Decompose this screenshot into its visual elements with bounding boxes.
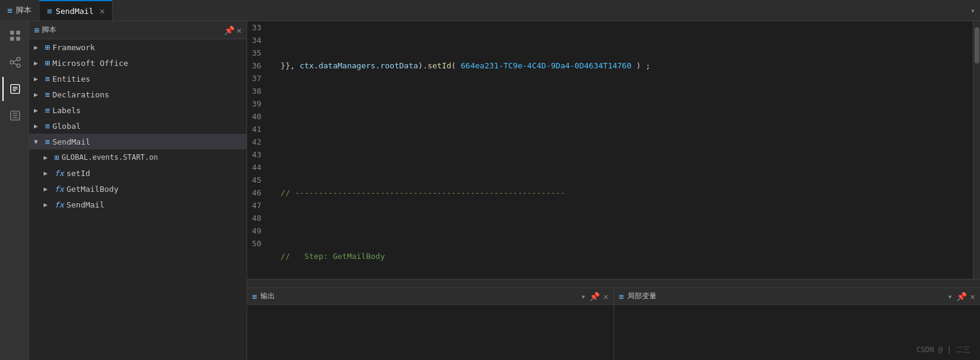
sidebar-item-getmailbody[interactable]: ▶ fx GetMailBody [29, 181, 247, 197]
sendmail-fn-label: SendMail [67, 200, 105, 209]
declarations-icon: ≡ [45, 90, 50, 99]
framework-icon: ⊞ [45, 42, 50, 52]
scrollbar-thumb [975, 27, 979, 64]
sidebar-content: ▶ ⊞ Framework ▶ ⊞ Microsoft Office ▶ ≡ E… [29, 39, 247, 360]
svg-line-7 [13, 60, 17, 62]
getmailbody-label: GetMailBody [67, 185, 119, 194]
sidebar-item-declarations[interactable]: ▶ ≡ Declarations [29, 87, 247, 102]
chevron-right-icon-8: ▶ [44, 169, 52, 177]
global-events-label: GLOBAL.events.START.on [62, 153, 158, 162]
global-icon: ≡ [45, 121, 50, 131]
sidebar-item-sendmail-fn[interactable]: ▶ fx SendMail [29, 197, 247, 212]
global-events-icon: ⊞ [55, 153, 59, 162]
activity-bar [0, 21, 29, 360]
activity-icon-scripts[interactable] [2, 77, 27, 101]
setid-label: setId [67, 169, 90, 178]
sidebar-title: 脚本 [42, 25, 56, 35]
line-numbers: 33 34 35 36 37 38 39 40 41 42 43 44 45 4… [247, 21, 269, 279]
labels-label: Labels [52, 106, 81, 115]
chevron-right-icon-9: ▶ [44, 185, 52, 193]
activity-icon-connections[interactable] [2, 50, 27, 74]
sidebar-item-framework[interactable]: ▶ ⊞ Framework [29, 39, 247, 55]
locals-pin-icon[interactable]: 📌 [956, 292, 967, 301]
svg-rect-1 [16, 31, 19, 34]
output-dropdown-icon[interactable]: ▾ [581, 292, 586, 301]
code-line-35: // -------------------------------------… [271, 186, 973, 199]
svg-line-8 [13, 63, 17, 65]
bottom-panel: ≡ 输出 ▾ 📌 ✕ ≡ 局部变量 [247, 287, 980, 360]
sidebar-header: ≡ 脚本 📌 ✕ [29, 21, 247, 39]
sidebar-item-global-events[interactable]: ▶ ⊞ GLOBAL.events.START.on [29, 149, 247, 165]
sidebar-item-setid[interactable]: ▶ fx setId [29, 165, 247, 181]
activity-icon-explorer[interactable] [2, 24, 27, 48]
code-editor[interactable]: }}, ctx.dataManagers.rootData).setId( 66… [269, 21, 973, 279]
locals-panel: ≡ 局部变量 ▾ 📌 ✕ CSDN @ | 二三 [614, 288, 981, 360]
svg-rect-3 [16, 37, 19, 41]
code-line-33: }}, ctx.dataManagers.rootData).setId( 66… [271, 59, 973, 72]
framework-label: Framework [52, 43, 94, 52]
output-panel-actions: ▾ 📌 ✕ [581, 292, 609, 301]
locals-panel-content: CSDN @ | 二三 [614, 305, 981, 360]
locals-watermark: CSDN @ | 二三 [916, 345, 970, 355]
sidebar-item-msoffice[interactable]: ▶ ⊞ Microsoft Office [29, 55, 247, 71]
svg-point-5 [16, 57, 20, 61]
getmailbody-icon: fx [55, 185, 64, 194]
code-line-36: // Step: GetMailBody [271, 250, 973, 263]
global-label: Global [52, 122, 81, 131]
chevron-right-icon-2: ▶ [34, 59, 42, 67]
tab-bar: ≡ 脚本 ≡ SendMail ✕ ▾ [0, 0, 980, 21]
chevron-right-icon-3: ▶ [34, 75, 42, 83]
sidebar-item-sendmail[interactable]: ▼ ≡ SendMail [29, 134, 247, 149]
output-panel-content [247, 305, 614, 360]
editor-container[interactable]: 33 34 35 36 37 38 39 40 41 42 43 44 45 4… [247, 21, 980, 279]
locals-panel-actions: ▾ 📌 ✕ [947, 292, 975, 301]
sidebar-item-entities[interactable]: ▶ ≡ Entities [29, 71, 247, 87]
sendmail-tab-label: SendMail [56, 7, 94, 16]
scripts-tab-icon: ≡ [7, 5, 12, 15]
output-pin-icon[interactable]: 📌 [589, 292, 600, 301]
chevron-right-icon-10: ▶ [44, 201, 52, 209]
sidebar-actions: 📌 ✕ [224, 25, 242, 35]
svg-rect-0 [10, 31, 13, 34]
locals-panel-title: 局部变量 [627, 291, 657, 301]
svg-rect-2 [10, 37, 13, 41]
output-panel: ≡ 输出 ▾ 📌 ✕ [247, 288, 614, 360]
scripts-tab-label: 脚本 [16, 5, 31, 16]
tab-sendmail[interactable]: ≡ SendMail ✕ [39, 0, 113, 21]
activity-icon-resources[interactable] [2, 103, 27, 128]
tab-scripts[interactable]: ≡ 脚本 [0, 0, 39, 21]
msoffice-label: Microsoft Office [52, 59, 128, 68]
svg-point-4 [10, 61, 13, 64]
sidebar-close-icon[interactable]: ✕ [237, 25, 242, 35]
locals-close-icon[interactable]: ✕ [970, 292, 975, 301]
sidebar-item-global[interactable]: ▶ ≡ Global [29, 118, 247, 134]
editor-scrollbar[interactable] [973, 21, 980, 279]
sendmail-tree-icon: ≡ [45, 137, 50, 146]
locals-dropdown-icon[interactable]: ▾ [947, 292, 952, 301]
sendmail-fn-icon: fx [55, 200, 64, 209]
output-close-icon[interactable]: ✕ [603, 292, 608, 301]
output-panel-title: 输出 [260, 291, 275, 301]
locals-panel-icon: ≡ [619, 292, 624, 301]
output-panel-icon: ≡ [252, 292, 257, 301]
sidebar-header-icon: ≡ [34, 25, 39, 36]
sidebar: ≡ 脚本 📌 ✕ ▶ ⊞ Framework ▶ ⊞ Micr [29, 21, 247, 360]
locals-panel-header: ≡ 局部变量 ▾ 📌 ✕ [614, 288, 981, 305]
chevron-right-icon-4: ▶ [34, 91, 42, 99]
tab-dropdown[interactable]: ▾ [965, 0, 980, 21]
output-panel-header: ≡ 输出 ▾ 📌 ✕ [247, 288, 614, 305]
entities-label: Entities [52, 74, 90, 83]
chevron-right-icon: ▶ [34, 44, 42, 51]
sendmail-tab-close[interactable]: ✕ [100, 6, 105, 16]
sendmail-tree-label: SendMail [52, 137, 90, 146]
chevron-right-icon-7: ▶ [44, 154, 52, 162]
sendmail-tab-icon: ≡ [47, 6, 51, 16]
sidebar-item-labels[interactable]: ▶ ≡ Labels [29, 102, 247, 118]
chevron-right-icon-6: ▶ [34, 122, 42, 130]
sidebar-pin-icon[interactable]: 📌 [224, 25, 234, 35]
horizontal-scrollbar[interactable] [247, 279, 980, 287]
chevron-right-icon-5: ▶ [34, 106, 42, 114]
editor-area: 33 34 35 36 37 38 39 40 41 42 43 44 45 4… [247, 21, 980, 360]
chevron-down-icon: ▼ [34, 138, 42, 146]
entities-icon: ≡ [45, 74, 50, 83]
